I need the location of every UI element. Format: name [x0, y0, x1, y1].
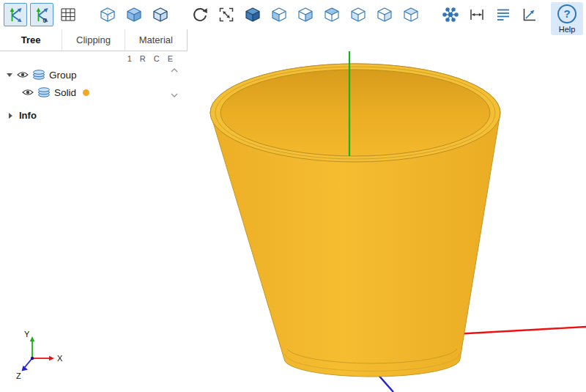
list-icon	[494, 6, 512, 23]
view-bottom-button[interactable]	[399, 3, 423, 26]
sidebar-tabs: Tree Clipping Material	[0, 29, 188, 51]
visibility-eye-icon[interactable]	[22, 89, 34, 96]
tab-clipping[interactable]: Clipping	[62, 29, 124, 51]
tab-material[interactable]: Material	[125, 29, 187, 51]
shaded-edges-cube-icon	[152, 6, 169, 23]
toolbar: 0	[0, 0, 586, 29]
expand-caret-icon	[7, 112, 14, 119]
view-back-cube-icon	[297, 6, 314, 23]
iso-cube-icon	[244, 6, 262, 23]
display-shaded-button[interactable]	[122, 3, 146, 26]
tree-row-solid[interactable]: Solid	[0, 84, 188, 101]
tree-scrollbar	[171, 67, 178, 98]
column-header-r[interactable]: R	[140, 54, 146, 63]
wireframe-cube-icon	[99, 6, 116, 23]
measure-width-icon	[468, 6, 486, 23]
info-section-toggle[interactable]: Info	[0, 110, 188, 121]
view-bottom-cube-icon	[402, 6, 420, 23]
question-mark-icon: ?	[557, 4, 576, 23]
view-front-cube-icon	[270, 6, 288, 23]
tree-item-label: Group	[49, 70, 77, 81]
axis-triad: Y X Z	[16, 330, 63, 380]
trihedron-icon	[7, 6, 24, 23]
solid-model[interactable]	[210, 64, 500, 377]
sidebar: Tree Clipping Material 1 R C E Group Sol	[0, 29, 188, 121]
info-label: Info	[19, 110, 37, 121]
display-shaded-edges-button[interactable]	[149, 3, 172, 26]
triad-x-label: X	[57, 354, 63, 363]
view-right-button[interactable]	[373, 3, 396, 26]
view-front-button[interactable]	[267, 3, 291, 26]
rotate-arrow-icon	[191, 6, 209, 23]
triad-z-label: Z	[16, 371, 21, 380]
measure-distance-button[interactable]	[465, 3, 489, 26]
scroll-up-icon[interactable]	[171, 67, 178, 73]
help-label: Help	[551, 25, 583, 34]
cad-viewer-app: Y X Z 0	[0, 0, 586, 392]
material-color-swatch[interactable]	[83, 89, 89, 96]
tab-tree[interactable]: Tree	[0, 29, 62, 51]
view-top-button[interactable]	[320, 3, 344, 26]
toggle-origin-trihedron-button[interactable]: 0	[30, 3, 53, 26]
visibility-eye-icon[interactable]	[17, 71, 29, 78]
show-structure-button[interactable]	[492, 3, 515, 26]
model-tree: Group Solid	[0, 66, 188, 101]
tree-item-label: Solid	[54, 87, 76, 98]
display-wireframe-button[interactable]	[96, 3, 119, 26]
tree-column-headers: 1 R C E	[0, 51, 188, 66]
show-vertices-button[interactable]	[439, 3, 462, 26]
grid-icon	[59, 6, 77, 23]
view-left-cube-icon	[349, 6, 367, 23]
vertices-molecule-icon	[442, 6, 459, 23]
origin-trihedron-icon: 0	[33, 6, 51, 23]
triad-y-label: Y	[24, 330, 30, 339]
collapse-caret-icon[interactable]	[6, 71, 13, 78]
column-header-e[interactable]: E	[168, 54, 173, 63]
shape-stack-icon	[37, 87, 51, 97]
fit-all-icon	[218, 6, 235, 23]
column-header-c[interactable]: C	[154, 54, 160, 63]
shaded-cube-icon	[125, 6, 143, 23]
reset-rotation-button[interactable]	[188, 3, 212, 26]
help-button[interactable]: ? Help	[551, 2, 583, 35]
view-top-cube-icon	[323, 6, 341, 23]
shape-stack-icon	[32, 70, 45, 80]
toggle-grid-button[interactable]	[56, 3, 80, 26]
view-right-cube-icon	[376, 6, 393, 23]
tree-row-group[interactable]: Group	[0, 66, 188, 84]
fit-all-button[interactable]	[215, 3, 238, 26]
view-isometric-button[interactable]	[241, 3, 264, 26]
model-opening-inner	[220, 70, 490, 156]
column-header-1[interactable]: 1	[127, 54, 132, 63]
view-back-button[interactable]	[294, 3, 317, 26]
toggle-view-trihedron-button[interactable]	[4, 3, 27, 26]
scroll-down-icon[interactable]	[171, 92, 178, 98]
svg-text:0: 0	[43, 17, 47, 23]
pick-mode-button[interactable]	[518, 3, 541, 26]
pick-pointer-icon	[521, 6, 538, 23]
view-left-button[interactable]	[346, 3, 370, 26]
